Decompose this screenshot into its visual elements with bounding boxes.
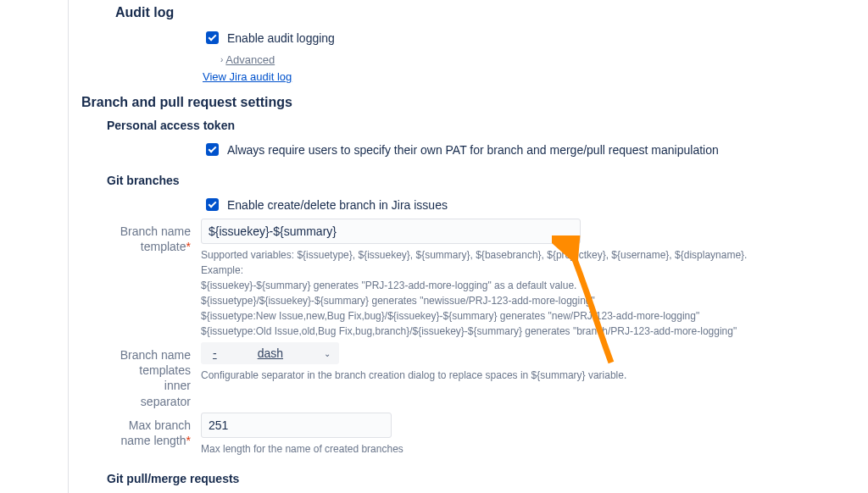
help-line-4: ${issuetype}/${issuekey}-${summary} gene…	[201, 293, 868, 308]
git-branches-heading: Git branches	[107, 174, 868, 187]
branch-template-label-text: Branch name template	[120, 224, 191, 253]
separator-help: Configurable separator in the branch cre…	[201, 368, 868, 383]
enable-audit-label: Enable audit logging	[227, 31, 335, 45]
pat-require-row: Always require users to specify their ow…	[203, 141, 868, 158]
help-line-6: ${issuetype:Old Issue,old,Bug Fix,bug,br…	[201, 324, 868, 339]
pat-heading: Personal access token	[107, 119, 868, 132]
maxlen-label-text: Max branch name length	[120, 418, 191, 447]
help-line-3: ${issuekey}-${summary} generates "PRJ-12…	[201, 278, 868, 293]
pat-require-label: Always require users to specify their ow…	[227, 143, 719, 157]
max-branch-length-input[interactable]	[201, 413, 392, 438]
enable-create-delete-checkbox[interactable]	[206, 198, 219, 211]
help-line-2: Example:	[201, 263, 868, 278]
advanced-label: Advanced	[225, 53, 275, 66]
enable-create-delete-label: Enable create/delete branch in Jira issu…	[227, 198, 448, 212]
pull-heading: Git pull/merge requests	[107, 472, 868, 485]
audit-log-heading: Audit log	[115, 5, 868, 20]
enable-audit-checkbox[interactable]	[206, 31, 219, 44]
separator-word: dash	[258, 346, 283, 360]
chevron-down-icon: ⌄	[324, 349, 331, 358]
help-line-5: ${issuetype:New Issue,new,Bug Fix,bug}/$…	[201, 308, 868, 324]
chevron-right-icon: ›	[220, 55, 223, 64]
branch-template-label: Branch name template*	[115, 219, 201, 254]
maxlen-label: Max branch name length*	[115, 413, 201, 448]
branch-template-help: Supported variables: ${issuetype}, ${iss…	[201, 247, 868, 339]
maxlen-help: Max length for the name of created branc…	[201, 441, 868, 457]
pat-require-checkbox[interactable]	[206, 143, 219, 156]
help-line-1: Supported variables: ${issuetype}, ${iss…	[201, 247, 868, 263]
view-jira-audit-log-link[interactable]: View Jira audit log	[203, 70, 292, 83]
enable-cd-row: Enable create/delete branch in Jira issu…	[203, 196, 868, 213]
separator-label: Branch name templates inner separator	[115, 342, 201, 409]
separator-select[interactable]: - dash ⌄	[201, 342, 339, 364]
branch-pr-heading: Branch and pull request settings	[81, 95, 868, 110]
advanced-toggle[interactable]: › Advanced	[220, 53, 275, 66]
separator-char: -	[213, 346, 217, 360]
enable-audit-row: Enable audit logging	[203, 29, 868, 47]
branch-name-template-input[interactable]	[201, 219, 581, 244]
